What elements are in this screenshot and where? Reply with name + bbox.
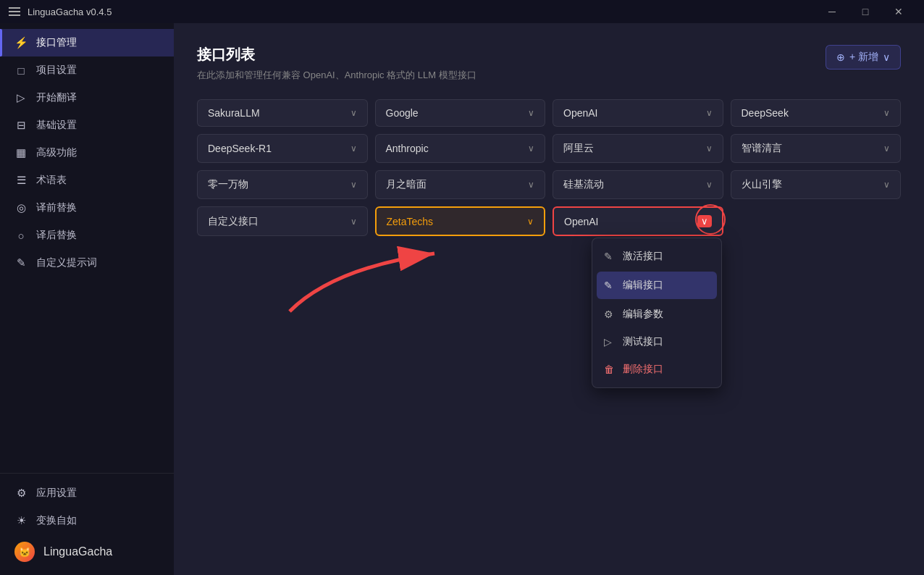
sidebar-item-advanced[interactable]: ▦ 高级功能 — [0, 139, 174, 167]
dropdown-delete-interface-label: 删除接口 — [623, 363, 663, 376]
card-label-lingyi: 零一万物 — [208, 178, 248, 191]
sidebar-item-custom-prompt[interactable]: ✎ 自定义提示词 — [0, 249, 174, 277]
sidebar-label-advanced: 高级功能 — [36, 146, 77, 159]
settings-icon: ⚙ — [14, 487, 28, 500]
transform-icon: ☀ — [14, 514, 28, 527]
basic-icon: ⊟ — [14, 119, 28, 132]
plug-icon: ⚡ — [14, 36, 28, 49]
interface-card-google[interactable]: Google ∨ — [375, 99, 546, 127]
sidebar-label-app-settings: 应用设置 — [36, 487, 77, 500]
card-label-huoshan: 火山引擎 — [742, 178, 782, 191]
dropdown-edit-params-label: 编辑参数 — [623, 308, 663, 321]
chevron-down-icon: ∨ — [350, 108, 357, 118]
delete-icon: 🗑 — [604, 364, 616, 375]
add-chevron-icon: ∨ — [883, 51, 890, 63]
chevron-down-icon[interactable]: ∨ — [697, 215, 712, 227]
card-label-deepseek-r1: DeepSeek-R1 — [208, 143, 272, 154]
prompt-icon: ✎ — [14, 256, 28, 269]
card-label-aliyun: 阿里云 — [563, 142, 594, 155]
sidebar-label-about: LinguaGacha — [43, 545, 112, 558]
chevron-down-icon: ∨ — [350, 217, 357, 227]
card-label-anthropic: Anthropic — [386, 143, 429, 154]
chevron-down-icon: ∨ — [883, 143, 890, 154]
hamburger-icon[interactable] — [9, 7, 20, 16]
chevron-down-icon: ∨ — [350, 180, 357, 190]
sidebar-item-pre-replace[interactable]: ◎ 译前替换 — [0, 194, 174, 222]
sidebar-item-about[interactable]: 🐱 LinguaGacha — [0, 534, 174, 569]
sidebar-item-basic-settings[interactable]: ⊟ 基础设置 — [0, 112, 174, 139]
sidebar-item-glossary[interactable]: ☰ 术语表 — [0, 167, 174, 194]
card-label-custom: 自定义接口 — [208, 215, 259, 228]
interface-card-zetatechs[interactable]: ZetaTechs ∨ — [375, 206, 546, 236]
sidebar-item-transform[interactable]: ☀ 变换自如 — [0, 507, 174, 534]
interface-card-openai2[interactable]: OpenAI ∨ ✎ 激活接口 ✎ 编辑接口 ⚙ 编辑参数 — [553, 206, 723, 236]
interface-card-openai1[interactable]: OpenAI ∨ — [553, 99, 723, 127]
sidebar: ⚡ 接口管理 □ 项目设置 ▷ 开始翻译 ⊟ 基础设置 ▦ 高级功能 ☰ 术语表… — [0, 23, 174, 575]
add-btn-label: + 新增 — [849, 51, 878, 64]
page-subtitle: 在此添加和管理任何兼容 OpenAI、Anthropic 格式的 LLM 模型接… — [197, 69, 476, 82]
interface-card-silicon[interactable]: 硅基流动 ∨ — [553, 170, 723, 199]
sidebar-label-pre-replace: 译前替换 — [36, 201, 77, 214]
page-title: 接口列表 — [197, 45, 476, 64]
card-label-zetatechs: ZetaTechs — [387, 216, 434, 227]
interface-grid: SakuraLLM ∨ Google ∨ OpenAI ∨ DeepSeek ∨… — [197, 99, 901, 236]
interface-card-yuezhan[interactable]: 月之暗面 ∨ — [375, 170, 546, 199]
dropdown-activate-label: 激活接口 — [623, 250, 663, 263]
interface-card-aliyun[interactable]: 阿里云 ∨ — [553, 134, 723, 163]
dropdown-test-interface-label: 测试接口 — [623, 335, 663, 348]
chevron-down-icon: ∨ — [527, 217, 534, 227]
interface-card-custom[interactable]: 自定义接口 ∨ — [197, 206, 368, 236]
card-label-openai2: OpenAI — [564, 216, 598, 227]
dropdown-edit-interface[interactable]: ✎ 编辑接口 — [597, 272, 717, 299]
interface-card-zhipu[interactable]: 智谱清言 ∨ — [731, 134, 902, 163]
advanced-icon: ▦ — [14, 146, 28, 159]
chevron-down-icon: ∨ — [883, 180, 890, 190]
card-label-deepseek: DeepSeek — [742, 107, 789, 119]
close-button[interactable]: ✕ — [882, 0, 915, 23]
sidebar-item-post-replace[interactable]: ○ 译后替换 — [0, 222, 174, 249]
chevron-down-icon: ∨ — [706, 108, 713, 118]
post-replace-icon: ○ — [14, 229, 28, 242]
dropdown-activate[interactable]: ✎ 激活接口 — [592, 243, 721, 270]
app-title: LinguaGacha v0.4.5 — [28, 7, 112, 17]
edit-params-icon: ⚙ — [604, 309, 616, 320]
card-label-silicon: 硅基流动 — [563, 178, 604, 191]
dropdown-menu: ✎ 激活接口 ✎ 编辑接口 ⚙ 编辑参数 ▷ 测试接口 — [592, 238, 722, 388]
interface-card-sakura[interactable]: SakuraLLM ∨ — [197, 99, 368, 127]
interface-card-lingyi[interactable]: 零一万物 ∨ — [197, 170, 368, 199]
minimize-button[interactable]: ─ — [815, 0, 849, 23]
window-controls: ─ □ ✕ — [815, 0, 915, 23]
chevron-down-icon: ∨ — [528, 143, 534, 154]
sidebar-label-start-translate: 开始翻译 — [36, 91, 77, 104]
sidebar-label-post-replace: 译后替换 — [36, 229, 77, 242]
sidebar-item-start-translate[interactable]: ▷ 开始翻译 — [0, 84, 174, 112]
project-icon: □ — [14, 64, 28, 77]
activate-icon: ✎ — [604, 251, 616, 262]
card-label-openai1: OpenAI — [563, 107, 597, 119]
interface-card-deepseek-r1[interactable]: DeepSeek-R1 ∨ — [197, 134, 368, 163]
chevron-down-icon: ∨ — [528, 180, 534, 190]
titlebar-left: LinguaGacha v0.4.5 — [9, 7, 112, 17]
sidebar-label-transform: 变换自如 — [36, 514, 77, 527]
sidebar-label-glossary: 术语表 — [36, 174, 67, 187]
dropdown-delete-interface[interactable]: 🗑 删除接口 — [592, 356, 721, 383]
dropdown-edit-params[interactable]: ⚙ 编辑参数 — [592, 301, 721, 328]
sidebar-label-interface-mgmt: 接口管理 — [36, 36, 77, 49]
chevron-down-icon: ∨ — [883, 108, 890, 118]
sidebar-label-project-settings: 项目设置 — [36, 64, 77, 77]
restore-button[interactable]: □ — [849, 0, 882, 23]
card-label-zhipu: 智谱清言 — [742, 142, 782, 155]
sidebar-item-project-settings[interactable]: □ 项目设置 — [0, 56, 174, 84]
dropdown-edit-interface-label: 编辑接口 — [623, 279, 663, 292]
sidebar-item-app-settings[interactable]: ⚙ 应用设置 — [0, 479, 174, 507]
interface-card-anthropic[interactable]: Anthropic ∨ — [375, 134, 546, 163]
glossary-icon: ☰ — [14, 174, 28, 187]
chevron-down-icon: ∨ — [706, 180, 713, 190]
add-button[interactable]: ⊕ + 新增 ∨ — [826, 45, 901, 70]
main-content: 接口列表 在此添加和管理任何兼容 OpenAI、Anthropic 格式的 LL… — [174, 23, 924, 575]
interface-card-deepseek[interactable]: DeepSeek ∨ — [731, 99, 902, 127]
sidebar-item-interface-mgmt[interactable]: ⚡ 接口管理 — [0, 29, 174, 56]
dropdown-test-interface[interactable]: ▷ 测试接口 — [592, 328, 721, 356]
chevron-down-icon: ∨ — [706, 143, 713, 154]
interface-card-huoshan[interactable]: 火山引擎 ∨ — [731, 170, 902, 199]
